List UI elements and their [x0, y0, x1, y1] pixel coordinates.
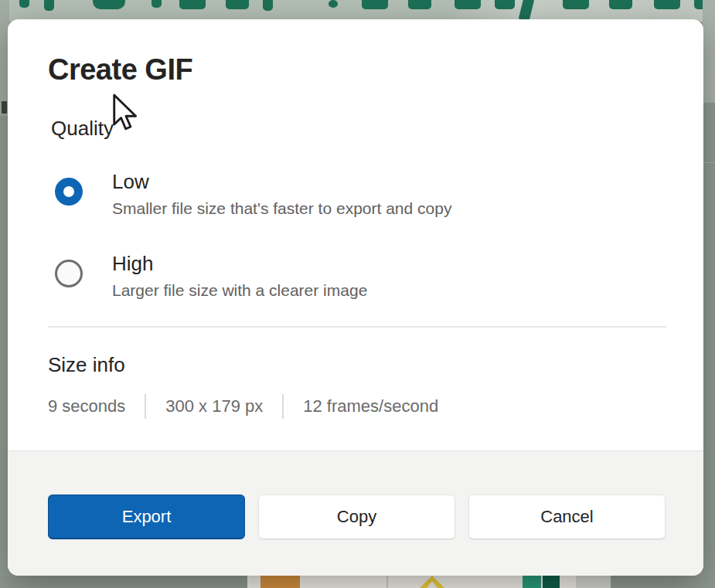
background-teal-shape	[523, 576, 541, 588]
background-orange-shape	[260, 576, 300, 588]
radio-button-high[interactable]	[55, 260, 83, 287]
background-line	[703, 102, 715, 103]
dialog-footer: Export Copy Cancel	[8, 450, 703, 576]
background-glyph	[152, 0, 162, 8]
background-glyph	[362, 0, 388, 9]
background-line	[386, 576, 388, 588]
background-video-title-strip	[0, 0, 715, 22]
dialog-title: Create GIF	[48, 53, 192, 87]
background-glyph	[654, 0, 680, 9]
option-text: High Larger file size with a clearer ima…	[112, 250, 367, 301]
background-green-shape	[543, 576, 560, 588]
option-label: Low	[112, 168, 451, 195]
background-glyph	[93, 0, 125, 9]
option-label: High	[112, 250, 367, 277]
create-gif-dialog: Create GIF Quality Low Smaller file size…	[8, 19, 703, 576]
background-right-strip	[703, 0, 715, 588]
background-band	[576, 576, 611, 588]
framerate-value: 12 frames/second	[303, 396, 438, 416]
background-glyph	[455, 0, 481, 9]
option-description: Larger file size with a clearer image	[112, 280, 367, 301]
background-glyph	[329, 0, 338, 8]
background-glyph	[263, 0, 273, 11]
dimensions-value: 300 x 179 px	[165, 396, 263, 416]
vertical-separator	[282, 394, 284, 419]
duration-value: 9 seconds	[48, 396, 125, 416]
size-info-heading: Size info	[48, 353, 125, 377]
background-line	[703, 162, 715, 163]
option-description: Smaller file size that's faster to expor…	[112, 198, 451, 219]
screen: Create GIF Quality Low Smaller file size…	[0, 0, 715, 588]
quality-option-low[interactable]: Low Smaller file size that's faster to e…	[55, 168, 451, 219]
option-text: Low Smaller file size that's faster to e…	[112, 168, 451, 219]
radio-button-low[interactable]	[55, 178, 83, 206]
background-slash-glyph	[519, 0, 535, 22]
background-glyph	[495, 0, 515, 9]
background-glyph	[226, 0, 249, 9]
background-glyph	[408, 0, 431, 9]
background-glyph	[609, 0, 632, 9]
cancel-button[interactable]: Cancel	[468, 495, 666, 539]
background-mark	[2, 101, 7, 114]
background-glyph	[563, 0, 589, 9]
background-glyph	[19, 0, 29, 8]
quality-group-label: Quality	[51, 117, 114, 141]
background-glyph	[44, 0, 54, 11]
background-glyph	[179, 0, 206, 9]
vertical-separator	[145, 394, 146, 419]
size-info-row: 9 seconds 300 x 179 px 12 frames/second	[48, 394, 438, 419]
background-timeline-strip	[0, 576, 715, 588]
quality-option-high[interactable]: High Larger file size with a clearer ima…	[55, 250, 367, 301]
copy-button[interactable]: Copy	[258, 495, 455, 539]
export-button[interactable]: Export	[48, 495, 245, 539]
section-divider	[48, 326, 666, 328]
